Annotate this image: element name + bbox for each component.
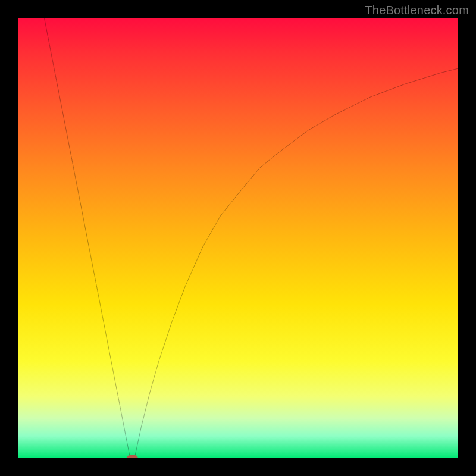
plot-area: [18, 18, 458, 458]
attribution-text: TheBottleneck.com: [365, 4, 469, 17]
gradient-background: [18, 18, 458, 458]
chart-svg: [18, 18, 458, 458]
chart-frame: TheBottleneck.com: [0, 0, 476, 476]
